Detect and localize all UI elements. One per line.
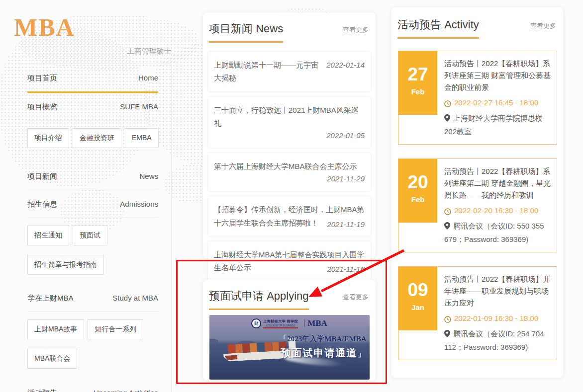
news-item[interactable]: 上财勳勳说第十一期——元宇宙大揭秘 2022-01-14	[208, 52, 371, 91]
tag-mba-story[interactable]: 上财MBA故事	[27, 319, 84, 339]
sidebar-tags-study: 上财MBA故事 知行合一系列	[27, 312, 163, 347]
applying-panel-title: 预面试申请 Applying	[209, 289, 309, 310]
sidebar-item-activities[interactable]: 活动预告 Upcoming Activities	[27, 379, 158, 392]
activity-card[interactable]: 20 Feb 活动预告丨2022【春耕职场】系列讲座第二期 穿越金融圈，星光照长…	[398, 158, 557, 252]
activity-title-en: Activity	[444, 18, 479, 31]
applying-banner-image[interactable]: 财 上海财经大学 商学院 COLLEGE OF BUSINESS MBA 「20…	[209, 315, 370, 380]
news-panel-title: 项目新闻 News	[209, 21, 283, 43]
activity-month: Feb	[398, 195, 437, 204]
sidebar-item-admissions[interactable]: 招生信息 Admissions	[27, 190, 158, 218]
clock-icon	[444, 316, 451, 323]
news-more-link[interactable]: 查看更多	[343, 25, 369, 34]
sidebar-item-label-en: SUFE MBA	[120, 102, 158, 111]
clock-icon	[444, 208, 451, 215]
sidebar-item-label-zh: 招生信息	[27, 200, 57, 209]
applying-title-en: Applying	[267, 290, 308, 302]
banner-mba-mark: MBA	[307, 318, 327, 328]
tag-program-intro[interactable]: 项目介绍	[27, 128, 69, 148]
activity-title-text: 活动预告丨2022【春耕职场】开年讲座——职业发展规划与职场压力应对	[444, 273, 552, 309]
activity-location-text: 腾讯会议（会议ID: 550 355 679；Password: 369369)	[444, 222, 544, 243]
activity-location-text: 腾讯会议（会议ID: 254 704 112；Password: 369369)	[444, 329, 544, 351]
sidebar-item-label-zh: 项目首页	[27, 74, 57, 83]
news-item[interactable]: 三十而立，行稳致远丨2021上财MBA风采巡礼 2022-01-05	[208, 97, 371, 148]
site-logo[interactable]: MBA	[14, 13, 75, 42]
news-item-date: 2021-11-29	[327, 172, 365, 185]
location-pin-icon	[444, 222, 450, 230]
applying-panel: 预面试申请 Applying 查看更多 财 上海财经大学 商学院 COLLEGE…	[203, 280, 376, 381]
sidebar-item-label-zh: 项目新闻	[27, 172, 57, 181]
sidebar-tags-overview: 项目介绍 金融投资班 EMBA	[27, 121, 163, 156]
activity-day: 09	[398, 281, 437, 299]
news-item-title: 上财勳勳说第十一期——元宇宙大揭秘	[214, 61, 318, 82]
banner-line1: 2023年入学MBA/EMBA	[287, 335, 366, 343]
activity-time-text: 2022-02-20 16:30 - 18:00	[454, 206, 538, 215]
activity-time-text: 2022-02-27 16:45 - 18:00	[454, 98, 538, 107]
applying-more-link[interactable]: 查看更多	[343, 293, 369, 302]
news-title-en: News	[256, 22, 283, 35]
tag-admission-guide[interactable]: 招生简章与报考指南	[27, 255, 104, 275]
sidebar-item-label-en: News	[139, 172, 158, 180]
banner-school-logo: 财 上海财经大学 商学院 COLLEGE OF BUSINESS MBA	[209, 318, 370, 328]
activity-more-link[interactable]: 查看更多	[530, 21, 556, 30]
activity-title-text: 活动预告丨2022【春耕职场】系列讲座第三期 财富管理和公募基金的职业前景	[444, 58, 552, 93]
banner-line2: 预面试申请通道	[281, 347, 358, 358]
tag-pre-interview[interactable]: 预面试	[73, 226, 107, 245]
school-name-zh: 上海财经大学 商学院	[263, 319, 298, 324]
sidebar-item-home[interactable]: 项目首页 Home	[27, 64, 158, 93]
sidebar-item-label-en: Upcoming Activities	[94, 389, 158, 392]
sidebar-nav: 项目首页 Home 项目概览 SUFE MBA 项目介绍 金融投资班 EMBA …	[20, 64, 172, 392]
activity-list: 27 Feb 活动预告丨2022【春耕职场】系列讲座第三期 财富管理和公募基金的…	[391, 39, 563, 360]
news-item[interactable]: 上海财经大学MBA第七届整合实践项目入围学生名单公示 2021-11-16	[208, 241, 371, 281]
news-item[interactable]: 第十六届上海财经大学MBA联合会主席公示 2021-11-29	[208, 153, 371, 191]
sidebar-item-news[interactable]: 项目新闻 News	[27, 162, 158, 190]
sidebar-item-label-zh: 学在上财MBA	[27, 294, 74, 303]
tag-mba-union[interactable]: MBA联合会	[27, 349, 77, 369]
sidebar-tags-study-2: MBA联合会	[27, 347, 163, 376]
activity-panel-title: 活动预告 Activity	[397, 17, 479, 39]
activity-day: 27	[398, 65, 437, 83]
tag-finance-class[interactable]: 金融投资班	[73, 128, 121, 148]
location-pin-icon	[444, 330, 450, 337]
activity-month: Feb	[398, 87, 437, 96]
tag-emba[interactable]: EMBA	[125, 128, 159, 148]
news-item-title: 三十而立，行稳致远丨2021上财MBA风采巡礼	[214, 106, 359, 127]
sidebar-item-overview[interactable]: 项目概览 SUFE MBA	[27, 93, 158, 121]
applying-title-zh: 预面试申请	[209, 290, 264, 302]
activity-date-badge: 27 Feb	[398, 51, 437, 115]
activity-time-text: 2022-01-09 16:30 - 18:00	[454, 314, 538, 322]
news-item-date: 2022-01-14	[326, 59, 365, 72]
sidebar-item-label-en: Study at MBA	[112, 294, 158, 302]
news-item-date: 2021-11-16	[327, 263, 365, 276]
activity-month: Jan	[398, 303, 437, 312]
activity-card[interactable]: 27 Feb 活动预告丨2022【春耕职场】系列讲座第三期 财富管理和公募基金的…	[398, 51, 557, 145]
school-name-en: COLLEGE OF BUSINESS	[263, 324, 298, 327]
sidebar-item-study[interactable]: 学在上财MBA Study at MBA	[27, 284, 158, 312]
site-logo-subtitle: 工商管理硕士	[127, 47, 172, 56]
open-quote: 「	[279, 334, 287, 343]
news-item-title: 第十六届上海财经大学MBA联合会主席公示	[214, 162, 357, 170]
location-pin-icon	[444, 114, 450, 122]
news-item[interactable]: 【招募令】传承创新，经济匡时，上财MBA第十六届学生联合会主席招募啦！ 2021…	[208, 196, 371, 236]
news-item-date: 2022-01-05	[326, 129, 365, 142]
sidebar-item-label-zh: 项目概览	[27, 102, 57, 112]
activity-card[interactable]: 09 Jan 活动预告丨2022【春耕职场】开年讲座——职业发展规划与职场压力应…	[398, 266, 557, 360]
island-silhouette	[209, 339, 218, 344]
activity-title-zh: 活动预告	[397, 18, 441, 31]
banner-caption: 「2023年入学MBA/EMBA 预面试申请通道」	[267, 334, 367, 360]
logo-divider	[304, 319, 304, 327]
sidebar-item-label-en: Home	[138, 74, 158, 82]
sidebar-item-label-zh: 活动预告	[27, 389, 57, 392]
clock-icon	[444, 100, 451, 107]
school-logo-rule	[263, 327, 298, 328]
news-item-date: 2021-11-19	[327, 218, 365, 231]
activity-title-text: 活动预告丨2022【春耕职场】系列讲座第二期 穿越金融圈，星光照长路——我的经历…	[444, 165, 552, 201]
school-emblem-icon: 财	[251, 318, 261, 328]
tag-zhixing-series[interactable]: 知行合一系列	[88, 319, 143, 339]
news-title-zh: 项目新闻	[209, 22, 253, 35]
activity-location-text: 上海财经大学商学院博思楼202教室	[444, 114, 543, 136]
sidebar-item-label-en: Admissions	[120, 200, 158, 208]
sidebar-tags-admissions: 招生通知 预面试	[27, 218, 163, 253]
sidebar-tags-admissions-2: 招生简章与报考指南	[27, 253, 163, 282]
activity-date-badge: 20 Feb	[398, 159, 437, 223]
tag-admission-notice[interactable]: 招生通知	[27, 226, 69, 245]
